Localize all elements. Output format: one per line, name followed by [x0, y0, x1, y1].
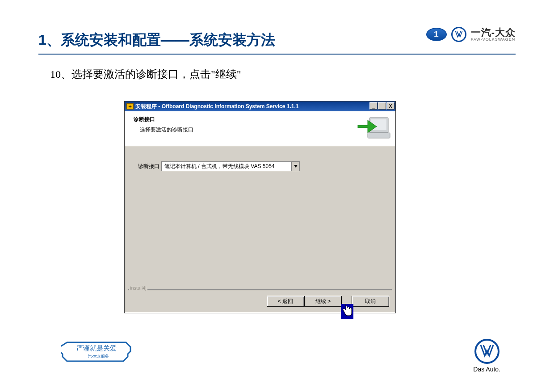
- wizard-header-title: 诊断接口: [134, 116, 389, 123]
- step-instruction: 10、选择要激活的诊断接口，点击"继续": [50, 67, 241, 81]
- page-title: 1、系统安装和配置——系统安装方法: [38, 32, 275, 48]
- installer-window: ✦ 安装程序 - Offboard Diagnostic Information…: [124, 101, 396, 313]
- svg-text:一汽-大众服务: 一汽-大众服务: [84, 354, 109, 358]
- close-icon: X: [389, 104, 392, 109]
- combo-selected-value: 笔记本计算机 / 台式机，带无线模块 VAS 5054: [162, 163, 291, 170]
- minimize-icon: _: [372, 104, 375, 109]
- window-titlebar[interactable]: ✦ 安装程序 - Offboard Diagnostic Information…: [125, 101, 395, 111]
- diagnostic-interface-select[interactable]: 笔记本计算机 / 台式机，带无线模块 VAS 5054: [161, 161, 300, 171]
- vw-logo-icon: [451, 27, 466, 42]
- das-auto-text: Das Auto.: [473, 366, 500, 373]
- wizard-header: 诊断接口 选择要激活的诊断接口: [125, 111, 395, 146]
- vw-footer-logo: Das Auto.: [473, 339, 500, 373]
- window-title: 安装程序 - Offboard Diagnostic Information S…: [135, 103, 298, 110]
- combo-label: 诊断接口: [138, 163, 159, 170]
- cancel-button[interactable]: 取消: [352, 296, 389, 307]
- svg-rect-2: [368, 133, 390, 138]
- faw-logo-icon: 1: [426, 28, 447, 41]
- svg-text:严谨就是关爱: 严谨就是关爱: [76, 345, 117, 352]
- chevron-down-icon: [291, 162, 299, 171]
- faw-logo-number: 1: [434, 30, 439, 38]
- wizard-footer: < 返回 继续 > 取消: [125, 290, 395, 312]
- wizard-header-subtitle: 选择要激活的诊断接口: [140, 126, 389, 134]
- wizard-body: 诊断接口 笔记本计算机 / 台式机，带无线模块 VAS 5054 install…: [125, 146, 395, 289]
- svg-marker-4: [294, 165, 298, 168]
- brand-en: FAW-VOLKSWAGEN: [471, 38, 516, 42]
- next-button[interactable]: 继续 >: [304, 296, 342, 307]
- app-icon: ✦: [126, 103, 134, 110]
- close-button[interactable]: X: [386, 102, 395, 110]
- brand-text: 一汽-大众 FAW-VOLKSWAGEN: [471, 28, 516, 42]
- brand-top: 1 一汽-大众 FAW-VOLKSWAGEN: [426, 27, 516, 42]
- vw-logo-large-icon: [474, 339, 499, 364]
- brand-cn: 一汽-大众: [471, 28, 516, 38]
- service-badge-icon: 严谨就是关爱 一汽-大众服务: [61, 340, 132, 364]
- minimize-button[interactable]: _: [369, 102, 378, 110]
- wizard-header-art-icon: [356, 114, 392, 141]
- back-button[interactable]: < 返回: [267, 296, 304, 307]
- maximize-button[interactable]: [378, 102, 386, 110]
- cursor-hand-icon: [341, 304, 353, 319]
- title-underline: [38, 54, 516, 55]
- install4j-label: install4j: [129, 285, 147, 291]
